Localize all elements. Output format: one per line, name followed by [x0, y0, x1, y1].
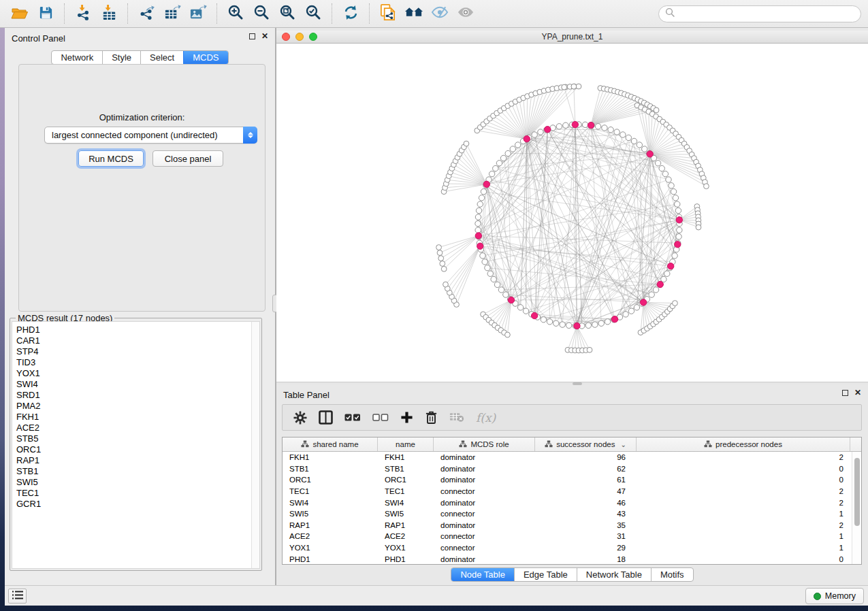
- network-node[interactable]: [659, 165, 664, 171]
- table-row[interactable]: SWI4SWI4dominator462: [283, 497, 861, 508]
- network-node[interactable]: [628, 308, 634, 314]
- mcds-result-item[interactable]: ORC1: [12, 444, 259, 455]
- network-node[interactable]: [523, 308, 528, 314]
- table-tab-motifs[interactable]: Motifs: [651, 568, 693, 581]
- network-node[interactable]: [626, 135, 631, 140]
- network-node[interactable]: [517, 305, 523, 310]
- network-node[interactable]: [556, 124, 562, 129]
- mcds-result-item[interactable]: SRD1: [12, 390, 259, 401]
- tab-select[interactable]: Select: [140, 51, 183, 64]
- network-node[interactable]: [503, 292, 509, 297]
- network-node[interactable]: [662, 171, 668, 176]
- run-mcds-button[interactable]: Run MCDS: [78, 150, 144, 167]
- close-panel-button[interactable]: Close panel: [152, 150, 223, 167]
- network-node[interactable]: [642, 146, 647, 152]
- mcds-hub-node[interactable]: [524, 135, 530, 142]
- network-node[interactable]: [491, 276, 496, 282]
- table-row[interactable]: PHD1PHD1dominator180: [283, 553, 861, 565]
- mcds-hub-node[interactable]: [588, 122, 594, 128]
- export-image-button[interactable]: [187, 3, 210, 24]
- network-node[interactable]: [614, 129, 620, 135]
- search-input[interactable]: [658, 5, 861, 22]
- satellite-node[interactable]: [562, 84, 567, 90]
- network-node[interactable]: [666, 177, 671, 182]
- table-tab-node-table[interactable]: Node Table: [451, 568, 514, 581]
- table-scrollbar[interactable]: [852, 452, 861, 564]
- network-node[interactable]: [547, 319, 552, 325]
- network-node[interactable]: [566, 323, 571, 328]
- network-node[interactable]: [479, 195, 484, 201]
- network-node[interactable]: [602, 125, 607, 131]
- network-node[interactable]: [676, 234, 681, 240]
- mcds-result-item[interactable]: PHD1: [12, 325, 259, 335]
- network-node[interactable]: [493, 165, 498, 171]
- mcds-hub-node[interactable]: [572, 121, 578, 127]
- float-panel-icon[interactable]: [842, 390, 848, 396]
- mcds-result-item[interactable]: PMA2: [12, 401, 259, 412]
- table-row[interactable]: FKH1FKH1dominator962: [283, 452, 861, 463]
- satellite-node[interactable]: [571, 84, 577, 89]
- mcds-hub-node[interactable]: [611, 316, 617, 322]
- network-node[interactable]: [675, 208, 681, 213]
- hide-graphics-details-button[interactable]: [428, 3, 451, 24]
- table-tab-network-table[interactable]: Network Table: [577, 568, 651, 581]
- mcds-hub-node[interactable]: [668, 263, 674, 269]
- mcds-hub-node[interactable]: [574, 323, 580, 329]
- network-node[interactable]: [541, 317, 546, 323]
- network-node[interactable]: [496, 161, 502, 166]
- network-node[interactable]: [655, 161, 660, 166]
- mcds-hub-node[interactable]: [531, 312, 537, 318]
- network-node[interactable]: [476, 208, 481, 213]
- table-row[interactable]: YOX1YOX1connector291: [283, 542, 861, 554]
- export-table-button[interactable]: [161, 3, 184, 24]
- satellite-node[interactable]: [438, 256, 444, 261]
- column-header-successor-nodes[interactable]: successor nodes⌄: [535, 437, 637, 451]
- list-scrollbar[interactable]: [251, 322, 259, 568]
- tab-network[interactable]: Network: [52, 51, 102, 64]
- network-node[interactable]: [485, 265, 490, 270]
- mcds-result-item[interactable]: STB1: [12, 466, 259, 477]
- home-hierarchy-button[interactable]: [402, 3, 425, 24]
- network-node[interactable]: [653, 287, 658, 293]
- satellite-node[interactable]: [441, 266, 447, 271]
- column-header-name[interactable]: name: [378, 437, 434, 451]
- mcds-result-item[interactable]: ACE2: [12, 423, 259, 433]
- network-node[interactable]: [595, 124, 600, 129]
- network-node[interactable]: [585, 323, 591, 328]
- network-node[interactable]: [475, 227, 481, 233]
- satellite-node[interactable]: [464, 141, 469, 146]
- table-row[interactable]: SWI5SWI5connector431: [283, 508, 861, 520]
- tab-mcds[interactable]: MCDS: [183, 51, 227, 64]
- show-columns-button[interactable]: [319, 410, 333, 425]
- network-node[interactable]: [480, 253, 485, 259]
- network-node[interactable]: [582, 122, 588, 127]
- network-node[interactable]: [672, 253, 677, 259]
- network-node[interactable]: [563, 122, 568, 128]
- mcds-result-item[interactable]: FKH1: [12, 412, 259, 423]
- table-row[interactable]: TEC1TEC1connector472: [283, 486, 861, 497]
- zoom-selected-button[interactable]: [302, 3, 325, 24]
- node-table[interactable]: shared namenameMCDS rolesuccessor nodes⌄…: [282, 437, 862, 565]
- network-node[interactable]: [475, 214, 481, 220]
- tab-style[interactable]: Style: [102, 51, 140, 64]
- mcds-result-item[interactable]: STB5: [12, 433, 259, 444]
- mcds-result-item[interactable]: TEC1: [12, 488, 259, 499]
- network-node[interactable]: [671, 188, 676, 194]
- network-window-titlebar[interactable]: YPA_prune.txt_1: [276, 31, 868, 44]
- refresh-view-button[interactable]: [339, 3, 362, 24]
- panel-list-mode-button[interactable]: [8, 589, 27, 604]
- satellite-node[interactable]: [437, 250, 443, 256]
- satellite-node[interactable]: [704, 184, 709, 189]
- table-row[interactable]: STB1STB1dominator620: [283, 463, 861, 475]
- network-node[interactable]: [538, 129, 543, 135]
- mcds-result-item[interactable]: RAP1: [12, 455, 259, 466]
- satellite-node[interactable]: [505, 332, 511, 337]
- network-node[interactable]: [673, 195, 678, 201]
- mcds-result-list[interactable]: PHD1CAR1STP4TID3YOX1SWI4SRD1PMA2FKH1ACE2…: [12, 321, 260, 569]
- zoom-in-button[interactable]: [224, 3, 247, 24]
- satellite-node[interactable]: [696, 225, 701, 230]
- close-panel-icon[interactable]: ✕: [261, 33, 268, 39]
- mcds-result-item[interactable]: STP4: [12, 346, 259, 357]
- mcds-result-item[interactable]: CAR1: [12, 335, 259, 346]
- table-tab-edge-table[interactable]: Edge Table: [514, 568, 577, 581]
